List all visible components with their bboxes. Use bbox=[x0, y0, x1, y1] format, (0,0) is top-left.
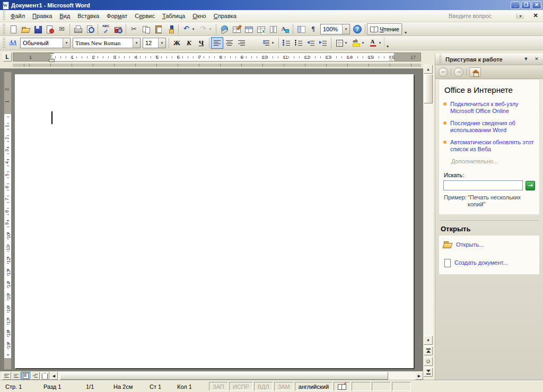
task-pane-grip[interactable] bbox=[439, 55, 442, 64]
status-mode-ИСПР[interactable]: ИСПР bbox=[229, 382, 253, 391]
scroll-up-icon[interactable]: ▲ bbox=[424, 65, 433, 74]
horizontal-scrollbar-track[interactable] bbox=[58, 372, 415, 380]
office-online-link-1[interactable]: Последние сведения об использовании Word bbox=[450, 120, 535, 134]
line-spacing-dropdown-arrow[interactable]: ▾ bbox=[271, 41, 275, 45]
font-color-button[interactable]: ▾ bbox=[367, 37, 384, 49]
zoom-dropdown-arrow[interactable]: ▾ bbox=[342, 24, 349, 34]
numbering-button[interactable] bbox=[281, 37, 293, 49]
drawing-button[interactable] bbox=[279, 23, 291, 35]
formatting-toolbar-grip[interactable] bbox=[3, 38, 5, 48]
bullets-button[interactable] bbox=[293, 37, 305, 49]
zoom-combobox[interactable]: 100%▾ bbox=[320, 24, 350, 34]
decrease-indent-button[interactable] bbox=[305, 37, 317, 49]
help-button[interactable] bbox=[351, 23, 363, 35]
increase-indent-button[interactable] bbox=[317, 37, 329, 49]
create-document-row[interactable]: Создать документ... bbox=[443, 259, 535, 267]
home-icon[interactable] bbox=[469, 67, 481, 77]
columns-button[interactable] bbox=[267, 23, 279, 35]
tab-selector[interactable]: L bbox=[3, 53, 12, 62]
print-preview-button[interactable] bbox=[84, 23, 96, 35]
justify-button[interactable] bbox=[248, 37, 260, 49]
office-online-link-item[interactable]: Автоматически обновлять этот список из В… bbox=[443, 139, 535, 153]
spelling-status-cell[interactable] bbox=[334, 382, 351, 391]
menu-bar-grip[interactable] bbox=[3, 11, 5, 21]
back-icon[interactable]: ← bbox=[439, 67, 448, 77]
save-button[interactable] bbox=[31, 23, 43, 35]
toolbar-options-button[interactable] bbox=[384, 37, 391, 49]
scroll-right-icon[interactable]: ▶ bbox=[415, 372, 423, 380]
task-pane-close-icon[interactable]: ✕ bbox=[532, 55, 541, 63]
style-combobox[interactable]: Обычный▾ bbox=[20, 38, 71, 48]
status-mode-ЗАП[interactable]: ЗАП bbox=[209, 382, 228, 391]
menu-Справка[interactable]: Справка bbox=[210, 11, 240, 21]
align-right-button[interactable] bbox=[235, 37, 248, 49]
reading-view-button[interactable] bbox=[40, 372, 49, 380]
office-online-link-item[interactable]: Последние сведения об использовании Word bbox=[443, 120, 535, 134]
redo-button[interactable]: ▾ bbox=[197, 23, 214, 35]
menu-Таблица[interactable]: Таблица bbox=[159, 11, 189, 21]
undo-button[interactable]: ▾ bbox=[180, 23, 197, 35]
chevron-down-icon[interactable]: ▾ bbox=[516, 14, 524, 19]
toolbar-options-button[interactable] bbox=[402, 23, 409, 35]
new-document-button[interactable] bbox=[7, 23, 19, 35]
document-map-button[interactable] bbox=[295, 23, 307, 35]
status-language[interactable]: английский bbox=[295, 382, 332, 391]
insert-excel-button[interactable] bbox=[255, 23, 267, 35]
mail-button[interactable] bbox=[56, 23, 68, 35]
menu-Файл[interactable]: Файл bbox=[7, 11, 29, 21]
cut-button[interactable] bbox=[128, 23, 140, 35]
tab-stop-strip[interactable] bbox=[13, 64, 421, 67]
underline-button[interactable]: Ч bbox=[195, 37, 207, 49]
left-indent-marker[interactable] bbox=[49, 59, 54, 62]
outline-view-button[interactable] bbox=[31, 372, 40, 380]
paste-button[interactable] bbox=[152, 23, 164, 35]
align-left-button[interactable] bbox=[211, 37, 223, 49]
menu-Формат[interactable]: Формат bbox=[103, 11, 131, 21]
menu-Вставка[interactable]: Вставка bbox=[74, 11, 103, 21]
line-spacing-button[interactable]: ▾ bbox=[260, 37, 277, 49]
font-color-dropdown-arrow[interactable]: ▾ bbox=[378, 41, 382, 45]
menu-Правка[interactable]: Правка bbox=[29, 11, 56, 21]
office-online-link-item[interactable]: Подключиться к веб-узлу Microsoft Office… bbox=[443, 101, 535, 115]
select-browse-object-button[interactable] bbox=[424, 357, 433, 366]
menu-Вид[interactable]: Вид bbox=[56, 11, 74, 21]
italic-button[interactable]: К bbox=[183, 37, 195, 49]
print-layout-view-button[interactable] bbox=[21, 372, 30, 380]
size-dropdown-arrow[interactable]: ▾ bbox=[158, 38, 165, 48]
permission-button[interactable] bbox=[43, 23, 56, 35]
outside-border-button[interactable]: ▾ bbox=[333, 37, 350, 49]
highlight-dropdown-arrow[interactable]: ▾ bbox=[361, 41, 365, 45]
previous-page-button[interactable] bbox=[424, 346, 433, 355]
close-document-icon[interactable]: ✕ bbox=[531, 12, 540, 20]
open-file-row[interactable]: Открыть... bbox=[443, 241, 535, 248]
close-button[interactable]: ✕ bbox=[532, 1, 541, 9]
insert-table-button[interactable] bbox=[242, 23, 255, 35]
status-mode-ВДЛ[interactable]: ВДЛ bbox=[254, 382, 273, 391]
word-app-icon[interactable] bbox=[2, 2, 9, 9]
scroll-left-icon[interactable]: ◀ bbox=[50, 372, 58, 380]
spelling-button[interactable] bbox=[100, 23, 112, 35]
restore-button[interactable]: ❐ bbox=[521, 1, 531, 9]
normal-view-button[interactable] bbox=[2, 372, 11, 380]
search-go-icon[interactable]: → bbox=[526, 181, 535, 190]
standard-toolbar-grip[interactable] bbox=[3, 24, 5, 33]
open-button[interactable] bbox=[19, 23, 31, 35]
horizontal-scrollbar-thumb[interactable] bbox=[60, 372, 388, 380]
title-bar[interactable]: Документ1 - Microsoft Word _ ❐ ✕ bbox=[0, 0, 543, 10]
read-mode-button[interactable]: Чтение bbox=[367, 23, 402, 35]
styles-and-formatting-button[interactable] bbox=[7, 37, 19, 49]
bold-button[interactable]: Ж bbox=[171, 37, 183, 49]
print-button[interactable] bbox=[72, 23, 84, 35]
web-layout-view-button[interactable] bbox=[12, 372, 21, 380]
more-link[interactable]: Дополнительно... bbox=[451, 158, 535, 164]
outside-border-dropdown-arrow[interactable]: ▾ bbox=[344, 41, 348, 45]
scroll-down-icon[interactable]: ▼ bbox=[424, 336, 433, 345]
minimize-button[interactable]: _ bbox=[511, 1, 520, 9]
copy-button[interactable] bbox=[140, 23, 152, 35]
show-hide-button[interactable] bbox=[307, 23, 319, 35]
create-document-link[interactable]: Создать документ... bbox=[454, 259, 507, 266]
vertical-scrollbar-thumb[interactable] bbox=[424, 74, 433, 103]
insert-hyperlink-button[interactable] bbox=[218, 23, 230, 35]
next-page-button[interactable] bbox=[424, 368, 433, 377]
task-pane-menu-icon[interactable]: ▼ bbox=[522, 55, 530, 63]
